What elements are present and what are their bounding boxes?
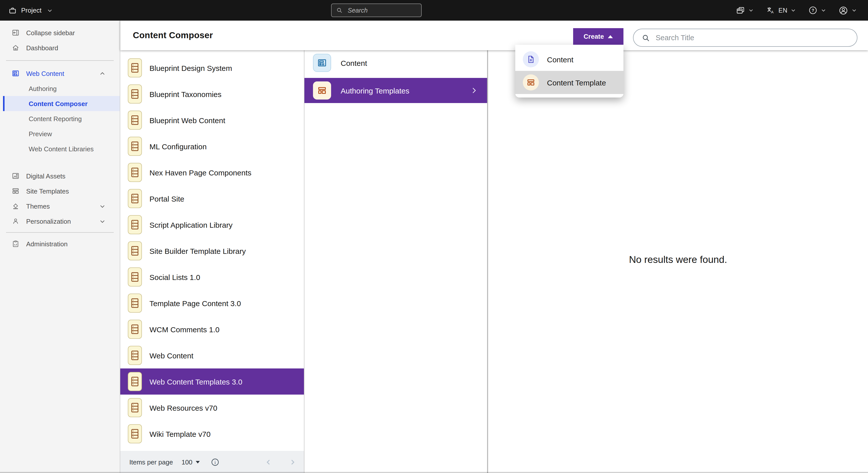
sidebar-spacer (0, 156, 120, 168)
library-label: Web Resources v70 (150, 403, 217, 412)
content-icon (313, 54, 331, 72)
sidebar-item-preview[interactable]: Preview (0, 126, 120, 141)
library-icon (128, 294, 142, 313)
sidebar-item-themes[interactable]: Themes (0, 199, 120, 214)
sidebar: Collapse sidebar Dashboard Web Content A… (0, 21, 120, 473)
chevron-right-icon (470, 87, 477, 94)
items-per-page-select[interactable]: 100 (181, 458, 200, 466)
results-panel: No results were found. (488, 50, 868, 473)
library-icon (128, 346, 142, 365)
home-icon (11, 44, 20, 52)
type-row-label: Content (341, 59, 367, 67)
library-row-selected[interactable]: Web Content Templates 3.0 (120, 368, 304, 395)
type-row-content[interactable]: Content (304, 50, 487, 75)
image-icon (11, 172, 20, 180)
library-row[interactable]: Wiki Template v70 (120, 421, 304, 447)
library-row[interactable]: Web Content (120, 342, 304, 368)
search-icon (642, 33, 650, 42)
library-label: Nex Haven Page Components (150, 168, 251, 177)
window-bottom-edge (0, 472, 868, 473)
sidebar-item-authoring[interactable]: Authoring (0, 81, 120, 96)
project-menu[interactable]: Project (8, 0, 53, 21)
info-icon[interactable]: i (211, 457, 220, 467)
help-icon: ? (808, 5, 818, 15)
windows-stack-icon (736, 5, 745, 15)
library-icon (128, 398, 142, 417)
sidebar-item-site-templates[interactable]: Site Templates (0, 183, 120, 199)
library-row[interactable]: Web Resources v70 (120, 395, 304, 421)
library-label: Web Content Templates 3.0 (150, 377, 242, 386)
sidebar-item-digital-assets[interactable]: Digital Assets (0, 168, 120, 183)
previous-page-button[interactable] (261, 451, 276, 473)
search-icon (336, 7, 343, 13)
pagination-bar: Items per page 100 i (120, 451, 304, 473)
collapse-sidebar-button[interactable]: Collapse sidebar (0, 25, 120, 40)
library-label: Template Page Content 3.0 (150, 299, 241, 307)
content-panels: Blueprint Design System Blueprint Taxono… (120, 50, 868, 473)
template-icon (11, 187, 20, 195)
sidebar-subitem-label: Content Reporting (29, 115, 82, 123)
sidebar-item-label: Personalization (26, 217, 71, 225)
library-row[interactable]: Nex Haven Page Components (120, 159, 304, 185)
sidebar-item-label: Site Templates (26, 187, 69, 195)
library-row[interactable]: Blueprint Design System (120, 55, 304, 81)
library-row[interactable]: Site Builder Template Library (120, 238, 304, 264)
library-row[interactable]: Blueprint Taxonomies (120, 81, 304, 107)
library-icon (128, 137, 142, 156)
items-per-page-value: 100 (181, 458, 192, 466)
create-menu-item-label: Content Template (547, 78, 606, 87)
library-label: Portal Site (150, 194, 184, 203)
sidebar-item-content-composer[interactable]: Content Composer (3, 96, 120, 111)
create-menu-item-content-template[interactable]: Content Template (515, 71, 623, 94)
sidebar-item-content-reporting[interactable]: Content Reporting (0, 111, 120, 126)
help-menu[interactable]: ? (802, 5, 832, 15)
global-search-input[interactable] (347, 6, 416, 14)
item-types-column: Content Authoring Templates (304, 50, 488, 473)
library-row[interactable]: WCM Comments 1.0 (120, 316, 304, 342)
library-label: ML Configuration (150, 142, 207, 150)
template-icon (313, 81, 331, 100)
sidebar-item-web-content[interactable]: Web Content (0, 66, 120, 81)
chevron-down-icon (748, 7, 754, 13)
chevron-down-icon (790, 7, 796, 13)
title-search-input[interactable] (655, 33, 849, 42)
library-row[interactable]: Script Application Library (120, 212, 304, 238)
library-icon (128, 163, 142, 182)
library-row[interactable]: Social Lists 1.0 (120, 264, 304, 290)
document-icon (523, 51, 539, 67)
sidebar-divider (6, 60, 114, 61)
library-label: Wiki Template v70 (150, 430, 211, 438)
chevron-down-icon (99, 203, 106, 209)
person-icon (11, 217, 20, 225)
library-row[interactable]: ML Configuration (120, 133, 304, 159)
chevron-down-icon (47, 7, 53, 13)
chevron-down-icon (821, 7, 826, 13)
type-row-authoring-templates[interactable]: Authoring Templates (304, 78, 487, 103)
user-menu[interactable] (832, 5, 863, 15)
language-menu[interactable]: A EN (760, 5, 802, 15)
library-row[interactable]: Blueprint Web Content (120, 107, 304, 133)
template-icon (523, 74, 539, 91)
next-page-button[interactable] (285, 451, 300, 473)
sidebar-item-administration[interactable]: Administration (0, 236, 120, 251)
create-menu-item-label: Content (547, 55, 574, 64)
sidebar-item-web-content-libraries[interactable]: Web Content Libraries (0, 141, 120, 156)
library-icon (128, 372, 142, 391)
library-icon (128, 424, 142, 443)
project-label: Project (21, 6, 41, 14)
library-row[interactable]: Template Page Content 3.0 (120, 290, 304, 316)
sidebar-subitem-label: Content Composer (29, 100, 88, 107)
create-menu: Content Content Template (515, 45, 623, 98)
library-label: Script Application Library (150, 221, 232, 229)
library-row[interactable]: Portal Site (120, 185, 304, 212)
briefcase-icon (8, 6, 17, 14)
apps-menu[interactable] (730, 5, 760, 15)
sidebar-item-personalization[interactable]: Personalization (0, 214, 120, 229)
create-button[interactable]: Create (573, 28, 623, 45)
sidebar-subitem-label: Preview (29, 130, 52, 137)
library-icon (128, 85, 142, 104)
page-header: Content Composer Create (120, 21, 868, 50)
sidebar-item-dashboard[interactable]: Dashboard (0, 40, 120, 55)
type-row-label: Authoring Templates (341, 86, 409, 95)
create-menu-item-content[interactable]: Content (515, 48, 623, 71)
